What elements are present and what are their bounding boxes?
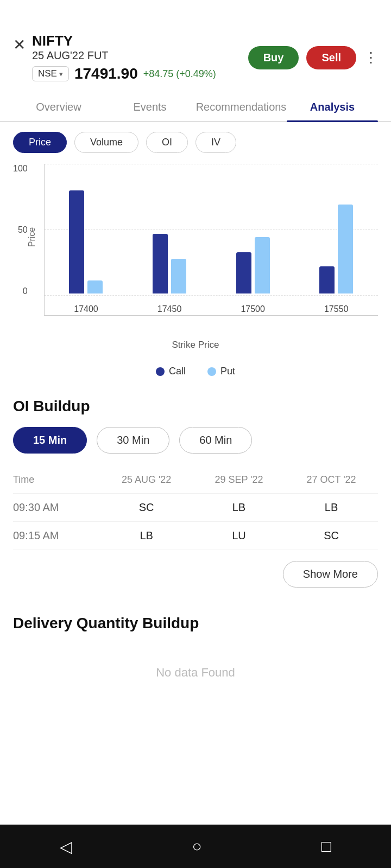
bar-put-17550 [338, 205, 353, 293]
sep-cell-1: LB [193, 494, 285, 522]
sub-tab-oi[interactable]: OI [146, 132, 188, 153]
gridline-top [45, 164, 378, 164]
more-icon[interactable]: ⋮ [364, 49, 378, 66]
chart-legend: Call Put [0, 366, 391, 377]
tab-analysis[interactable]: Analysis [287, 93, 378, 121]
put-dot-icon [207, 367, 216, 376]
legend-put: Put [207, 366, 235, 377]
y-label-100: 100 [13, 164, 28, 174]
bar-call-17500 [236, 252, 251, 293]
time-btn-15min[interactable]: 15 Min [13, 427, 87, 454]
col-aug-header: 25 AUG '22 [99, 469, 193, 494]
col-sep-header: 29 SEP '22 [193, 469, 285, 494]
y-label-0: 0 [13, 286, 28, 296]
delivery-title: Delivery Quantity Buildup [13, 615, 378, 632]
recents-nav-icon[interactable]: □ [321, 837, 331, 856]
table-row: 09:30 AM SC LB LB [13, 494, 378, 522]
bar-call-17450 [153, 234, 168, 293]
bar-put-17500 [255, 237, 270, 293]
no-data-label: No data Found [13, 644, 378, 712]
buy-button[interactable]: Buy [248, 46, 299, 69]
time-cell-2: 09:15 AM [13, 522, 99, 550]
strike-label-17400: 17400 [74, 304, 98, 314]
y-axis-title-container: Price [33, 164, 44, 316]
col-time-header: Time [13, 469, 99, 494]
chart-area: 100 50 0 Price 17400 174 [13, 164, 378, 316]
legend-call: Call [156, 366, 186, 377]
sub-tab-iv[interactable]: IV [195, 132, 236, 153]
chart-container: 100 50 0 Price 17400 174 [0, 153, 391, 356]
strike-label-17500: 17500 [241, 304, 265, 314]
close-icon[interactable]: ✕ [13, 36, 26, 54]
strike-label-17550: 17550 [324, 304, 349, 314]
show-more-button[interactable]: Show More [283, 561, 378, 588]
exchange-badge[interactable]: NSE ▾ [32, 66, 69, 81]
table-row: 09:15 AM LB LU SC [13, 522, 378, 550]
home-nav-icon[interactable]: ○ [192, 837, 201, 856]
bar-put-17400 [87, 280, 103, 293]
x-axis-title: Strike Price [13, 340, 378, 350]
strike-group-17450: 17450 [128, 234, 211, 296]
time-cell-1: 09:30 AM [13, 494, 99, 522]
oi-buildup-title: OI Buildup [13, 398, 378, 415]
tab-recommendations[interactable]: Recommendations [195, 93, 287, 121]
call-dot-icon [156, 367, 165, 376]
stock-price: 17491.90 [74, 65, 138, 82]
show-more-cell: Show More [13, 550, 378, 596]
sub-tab-price[interactable]: Price [13, 132, 67, 153]
strike-group-17400: 17400 [45, 190, 128, 296]
stock-name: NIFTY [32, 33, 216, 49]
strike-label-17450: 17450 [157, 304, 182, 314]
exchange-label: NSE [38, 68, 57, 79]
header: ✕ NIFTY 25 AUG'22 FUT NSE ▾ 17491.90 +84… [0, 0, 391, 89]
aug-cell-1: SC [99, 494, 193, 522]
put-label: Put [220, 366, 235, 377]
sell-button[interactable]: Sell [306, 46, 356, 69]
bar-put-17450 [171, 259, 186, 293]
col-oct-header: 27 OCT '22 [285, 469, 378, 494]
y-axis-labels: 100 50 0 [13, 164, 28, 316]
oi-table: Time 25 AUG '22 29 SEP '22 27 OCT '22 09… [13, 469, 378, 595]
tab-events[interactable]: Events [104, 93, 195, 121]
stock-subtitle: 25 AUG'22 FUT [32, 49, 216, 62]
time-btn-60min[interactable]: 60 Min [179, 427, 252, 454]
oct-cell-2: SC [285, 522, 378, 550]
price-change: +84.75 (+0.49%) [143, 68, 216, 80]
oi-buildup-section: OI Buildup 15 Min 30 Min 60 Min Time 25 … [0, 382, 391, 595]
exchange-chevron-icon: ▾ [59, 70, 63, 78]
time-filter-row: 15 Min 30 Min 60 Min [13, 427, 378, 454]
aug-cell-2: LB [99, 522, 193, 550]
exchange-price-row: NSE ▾ 17491.90 +84.75 (+0.49%) [32, 65, 216, 82]
delivery-section: Delivery Quantity Buildup No data Found [0, 595, 391, 712]
strike-group-17500: 17500 [211, 237, 295, 296]
chart-bars: 17400 17450 17500 17550 [44, 164, 378, 316]
oct-cell-1: LB [285, 494, 378, 522]
header-right: Buy Sell ⋮ [248, 46, 378, 69]
tab-overview[interactable]: Overview [13, 93, 104, 121]
bar-call-17550 [319, 266, 335, 293]
back-nav-icon[interactable]: ◁ [60, 837, 72, 856]
oi-table-header-row: Time 25 AUG '22 29 SEP '22 27 OCT '22 [13, 469, 378, 494]
call-label: Call [169, 366, 186, 377]
sub-tab-volume[interactable]: Volume [74, 132, 138, 153]
y-axis-title: Price [27, 227, 37, 247]
y-label-50: 50 [13, 225, 28, 235]
sep-cell-2: LU [193, 522, 285, 550]
header-left: ✕ NIFTY 25 AUG'22 FUT NSE ▾ 17491.90 +84… [13, 33, 216, 82]
sub-tabs: Price Volume OI IV [0, 122, 391, 153]
main-tabs: Overview Events Recommendations Analysis [0, 93, 391, 122]
strike-group-17550: 17550 [294, 205, 378, 296]
time-btn-30min[interactable]: 30 Min [97, 427, 169, 454]
bar-call-17400 [69, 190, 84, 293]
show-more-row: Show More [13, 550, 378, 596]
title-block: NIFTY 25 AUG'22 FUT NSE ▾ 17491.90 +84.7… [32, 33, 216, 82]
bottom-nav: ◁ ○ □ [0, 825, 391, 868]
